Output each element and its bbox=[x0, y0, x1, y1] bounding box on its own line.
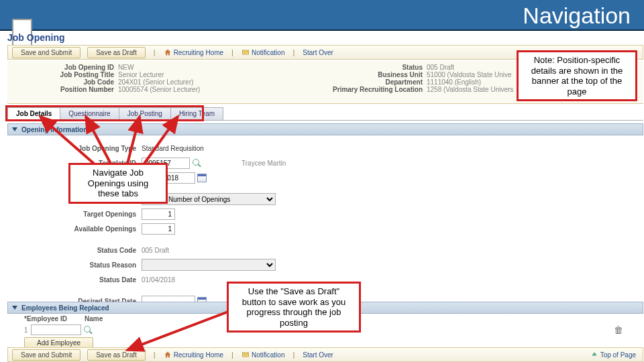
available-openings-input[interactable] bbox=[142, 223, 175, 235]
svg-line-10 bbox=[127, 117, 140, 164]
collapse-icon bbox=[12, 127, 17, 131]
value: 51000 (Valdosta State Unive bbox=[427, 71, 512, 78]
slide-banner: Navigation bbox=[0, 0, 644, 31]
toolbar-separator: | bbox=[230, 48, 235, 56]
notification-link-bottom[interactable]: Notification bbox=[241, 351, 284, 359]
svg-line-8 bbox=[86, 117, 111, 164]
svg-marker-4 bbox=[592, 352, 597, 355]
col-employee-id: *Employee ID bbox=[24, 315, 85, 322]
envelope-icon bbox=[241, 351, 250, 359]
lookup-icon[interactable] bbox=[83, 325, 93, 335]
label: Department bbox=[313, 78, 427, 86]
label: Status Code bbox=[34, 247, 142, 254]
section-title: Employees Being Replaced bbox=[21, 304, 109, 312]
callout-tabs: Navigate Job Openings using these tabs bbox=[68, 163, 168, 204]
value: Senior Lecturer bbox=[118, 71, 164, 78]
label: Available Openings bbox=[34, 225, 142, 233]
svg-line-12 bbox=[144, 117, 178, 164]
save-draft-button[interactable]: Save as Draft bbox=[87, 47, 146, 58]
value: 005 Draft bbox=[142, 247, 169, 254]
notification-link[interactable]: Notification bbox=[241, 48, 284, 56]
toolbar-separator: | bbox=[152, 48, 157, 56]
callout-text: Note: Position-specific details are show… bbox=[531, 55, 623, 97]
notification-label: Notification bbox=[252, 49, 284, 56]
arrow-icon bbox=[141, 110, 195, 170]
toolbar-separator: | bbox=[291, 351, 296, 359]
slide-title: Navigation bbox=[523, 3, 631, 29]
notification-label: Notification bbox=[252, 351, 284, 359]
svg-marker-0 bbox=[164, 50, 170, 56]
delete-row-icon[interactable]: 🗑 bbox=[614, 324, 623, 335]
arrow-icon bbox=[121, 308, 235, 355]
callout-note: Note: Position-specific details are show… bbox=[517, 50, 637, 101]
label: Primary Recruiting Location bbox=[313, 86, 427, 93]
callout-text: Navigate Job Openings using these tabs bbox=[88, 168, 148, 198]
toolbar-bottom: Save and Submit Save as Draft | Recruiti… bbox=[7, 347, 643, 362]
label: Job Code bbox=[24, 78, 118, 86]
value: 005 Draft bbox=[427, 64, 454, 71]
top-of-page-label: Top of Page bbox=[600, 351, 636, 359]
value: NEW bbox=[118, 64, 133, 71]
arrow-up-icon bbox=[590, 351, 598, 359]
row-number: 1 bbox=[24, 326, 31, 334]
label: Job Posting Title bbox=[24, 71, 118, 78]
value: 01/04/2018 bbox=[142, 276, 175, 284]
start-over-link-bottom[interactable]: Start Over bbox=[303, 351, 333, 359]
callout-draft: Use the "Save as Draft" button to save w… bbox=[227, 282, 361, 333]
label: Job Opening ID bbox=[24, 64, 118, 71]
employee-id-input[interactable] bbox=[31, 324, 81, 335]
save-submit-button[interactable]: Save and Submit bbox=[12, 47, 80, 58]
save-submit-button-bottom[interactable]: Save and Submit bbox=[12, 349, 80, 361]
toolbar-separator: | bbox=[291, 48, 296, 56]
calendar-icon[interactable] bbox=[197, 174, 207, 182]
value: 1111040 (English) bbox=[427, 78, 481, 86]
value: 204X01 (Senior Lecturer) bbox=[118, 78, 193, 86]
col-name: Name bbox=[85, 315, 103, 322]
recruiting-home-label: Recruiting Home bbox=[174, 49, 223, 56]
value: 10005574 (Senior Lecturer) bbox=[118, 86, 200, 93]
value: 1258 (Valdosta State Univers bbox=[427, 86, 513, 93]
banner-underline bbox=[0, 29, 644, 31]
created-by-value: Traycee Martin bbox=[241, 160, 286, 167]
page-title: Job Opening bbox=[7, 32, 65, 43]
label: Target Openings bbox=[34, 210, 142, 218]
envelope-icon bbox=[241, 48, 250, 56]
label: Business Unit bbox=[313, 71, 427, 78]
target-openings-input[interactable] bbox=[142, 208, 175, 220]
label: Status bbox=[313, 64, 427, 71]
svg-line-14 bbox=[127, 312, 228, 350]
label: Position Number bbox=[24, 86, 118, 93]
label: Status Reason bbox=[34, 261, 142, 269]
top-of-page-link[interactable]: Top of Page bbox=[590, 351, 636, 359]
collapse-icon bbox=[12, 306, 17, 310]
recruiting-home-link[interactable]: Recruiting Home bbox=[164, 48, 223, 56]
start-over-link[interactable]: Start Over bbox=[303, 49, 333, 56]
home-icon bbox=[164, 48, 172, 56]
status-reason-select[interactable] bbox=[142, 259, 276, 271]
label: Status Date bbox=[34, 276, 142, 284]
callout-text: Use the "Save as Draft" button to save w… bbox=[242, 286, 346, 328]
